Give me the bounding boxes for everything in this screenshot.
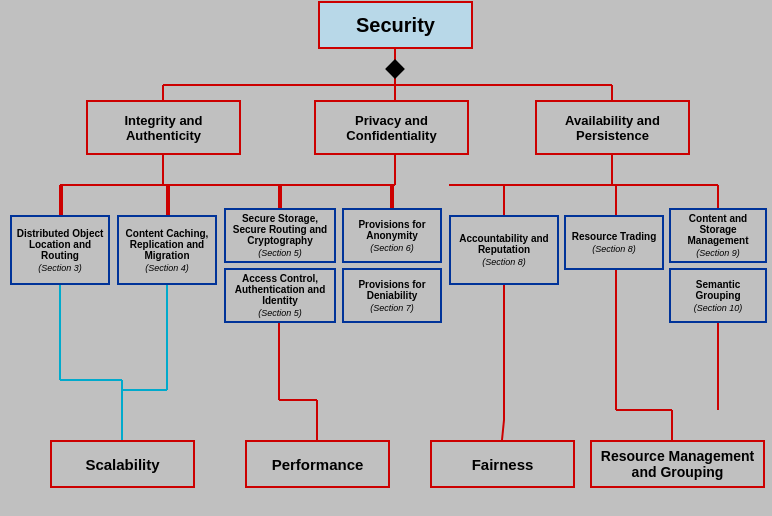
content-caching-node: Content Caching,Replication andMigration… bbox=[117, 215, 217, 285]
secure-storage-node: Secure Storage,Secure Routing andCryptog… bbox=[224, 208, 336, 263]
content-caching-section: (Section 4) bbox=[145, 263, 189, 273]
performance-label: Performance bbox=[272, 456, 364, 473]
secure-storage-label: Secure Storage,Secure Routing andCryptog… bbox=[233, 213, 327, 246]
distributed-section: (Section 3) bbox=[38, 263, 82, 273]
security-node: Security bbox=[318, 1, 473, 49]
availability-node: Availability andPersistence bbox=[535, 100, 690, 155]
diamond-connector bbox=[385, 59, 405, 79]
privacy-label: Privacy andConfidentiality bbox=[346, 113, 436, 143]
access-control-label: Access Control,Authentication andIdentit… bbox=[235, 273, 326, 306]
scalability-node: Scalability bbox=[50, 440, 195, 488]
content-storage-section: (Section 9) bbox=[696, 248, 740, 258]
semantic-grouping-section: (Section 10) bbox=[694, 303, 743, 313]
secure-storage-section: (Section 5) bbox=[258, 248, 302, 258]
resource-management-node: Resource Managementand Grouping bbox=[590, 440, 765, 488]
semantic-grouping-label: Semantic Grouping bbox=[675, 279, 761, 301]
semantic-grouping-node: Semantic Grouping (Section 10) bbox=[669, 268, 767, 323]
provisions-deniability-node: Provisions forDeniability (Section 7) bbox=[342, 268, 442, 323]
svg-line-27 bbox=[502, 420, 504, 440]
fairness-node: Fairness bbox=[430, 440, 575, 488]
provisions-anonymity-node: Provisions forAnonymity (Section 6) bbox=[342, 208, 442, 263]
privacy-node: Privacy andConfidentiality bbox=[314, 100, 469, 155]
access-control-section: (Section 5) bbox=[258, 308, 302, 318]
accountability-node: Accountability andReputation (Section 8) bbox=[449, 215, 559, 285]
content-caching-label: Content Caching,Replication andMigration bbox=[126, 228, 209, 261]
diagram: Security Integrity andAuthenticity Priva… bbox=[0, 0, 772, 516]
integrity-label: Integrity andAuthenticity bbox=[124, 113, 202, 143]
accountability-label: Accountability andReputation bbox=[459, 233, 548, 255]
provisions-anonymity-section: (Section 6) bbox=[370, 243, 414, 253]
provisions-deniability-label: Provisions forDeniability bbox=[358, 279, 425, 301]
resource-trading-section: (Section 8) bbox=[592, 244, 636, 254]
performance-node: Performance bbox=[245, 440, 390, 488]
fairness-label: Fairness bbox=[472, 456, 534, 473]
distributed-node: Distributed ObjectLocation and Routing (… bbox=[10, 215, 110, 285]
provisions-anonymity-label: Provisions forAnonymity bbox=[358, 219, 425, 241]
resource-trading-node: Resource Trading (Section 8) bbox=[564, 215, 664, 270]
distributed-label: Distributed ObjectLocation and Routing bbox=[16, 228, 104, 261]
security-label: Security bbox=[356, 14, 435, 37]
accountability-section: (Section 8) bbox=[482, 257, 526, 267]
resource-management-label: Resource Managementand Grouping bbox=[601, 448, 754, 480]
integrity-node: Integrity andAuthenticity bbox=[86, 100, 241, 155]
content-storage-label: Content and StorageManagement bbox=[675, 213, 761, 246]
resource-trading-label: Resource Trading bbox=[572, 231, 656, 242]
content-storage-node: Content and StorageManagement (Section 9… bbox=[669, 208, 767, 263]
access-control-node: Access Control,Authentication andIdentit… bbox=[224, 268, 336, 323]
scalability-label: Scalability bbox=[85, 456, 159, 473]
provisions-deniability-section: (Section 7) bbox=[370, 303, 414, 313]
availability-label: Availability andPersistence bbox=[565, 113, 660, 143]
